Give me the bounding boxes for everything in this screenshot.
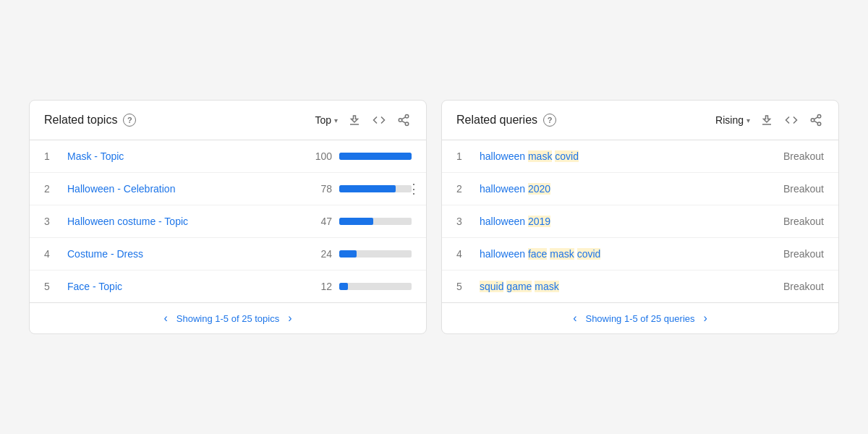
row-number: 5 (44, 281, 59, 292)
svg-line-5 (401, 117, 405, 119)
queries-dropdown-arrow-icon: ▾ (746, 116, 750, 124)
topics-body: 1 Mask - Topic 100 2 Halloween - Celebra… (30, 140, 426, 302)
queries-title: Related queries (456, 114, 537, 127)
svg-point-9 (817, 122, 821, 126)
topics-title: Related topics (44, 114, 117, 127)
svg-point-3 (405, 122, 409, 126)
row-label[interactable]: Face - Topic (67, 281, 310, 292)
table-row: 1 Mask - Topic 100 (30, 140, 426, 173)
bar-fill (339, 250, 357, 258)
svg-point-2 (399, 119, 402, 122)
topics-next-button[interactable]: › (288, 312, 292, 325)
table-row: 5 squid game mask Breakout (442, 271, 838, 302)
topics-filter-label: Top (315, 114, 331, 126)
queries-embed-button[interactable] (783, 112, 799, 128)
row-number: 2 (456, 183, 471, 195)
topics-header: Related topics ? Top ▾ (30, 101, 426, 140)
queries-title-area: Related queries ? (456, 114, 556, 127)
svg-point-8 (811, 119, 814, 122)
row-label[interactable]: halloween mask covid (480, 150, 769, 162)
bar-fill (339, 153, 412, 160)
topics-prev-button[interactable]: ‹ (163, 312, 167, 325)
topics-footer: ‹ Showing 1-5 of 25 topics › (30, 302, 426, 333)
related-queries-card: Related queries ? Rising ▾ (441, 100, 839, 334)
topics-embed-button[interactable] (371, 112, 387, 128)
topics-filter-dropdown[interactable]: Top ▾ (315, 114, 338, 126)
svg-line-11 (814, 117, 817, 119)
table-row: 2 Halloween - Celebration 78 ⋮ (30, 173, 426, 205)
bar-fill (339, 283, 348, 290)
bar-fill (339, 185, 396, 192)
row-label[interactable]: halloween face mask covid (480, 248, 769, 260)
row-value: 47 (310, 216, 332, 227)
svg-point-7 (817, 115, 821, 119)
svg-line-4 (401, 121, 405, 123)
table-row: 3 Halloween costume - Topic 47 (30, 205, 426, 238)
queries-header: Related queries ? Rising ▾ (442, 101, 838, 140)
table-row: 3 halloween 2019 Breakout (442, 205, 838, 238)
queries-filter-dropdown[interactable]: Rising ▾ (715, 114, 750, 126)
more-options-icon[interactable]: ⋮ (407, 181, 420, 197)
row-label[interactable]: Mask - Topic (67, 150, 310, 162)
queries-controls: Rising ▾ (715, 112, 824, 128)
table-row: 4 Costume - Dress 24 (30, 238, 426, 271)
queries-pagination-text: Showing 1-5 of 25 queries (585, 313, 694, 324)
breakout-label: Breakout (780, 248, 824, 260)
queries-share-button[interactable] (808, 112, 824, 128)
table-row: 2 halloween 2020 Breakout (442, 173, 838, 205)
row-number: 1 (456, 150, 471, 162)
queries-footer: ‹ Showing 1-5 of 25 queries › (442, 302, 838, 333)
row-label[interactable]: squid game mask (480, 281, 769, 292)
breakout-label: Breakout (780, 216, 824, 227)
row-value: 12 (310, 281, 332, 292)
queries-prev-button[interactable]: ‹ (573, 312, 576, 325)
row-number: 2 (44, 183, 59, 195)
queries-help-icon[interactable]: ? (543, 114, 556, 127)
svg-line-10 (814, 121, 817, 123)
topics-title-area: Related topics ? (44, 114, 136, 127)
breakout-label: Breakout (780, 150, 824, 162)
bar-container (339, 185, 412, 192)
row-number: 4 (44, 248, 59, 260)
row-label[interactable]: Costume - Dress (67, 248, 310, 260)
topics-pagination-text: Showing 1-5 of 25 topics (176, 313, 279, 324)
bar-container (339, 250, 412, 258)
bar-container (339, 283, 412, 290)
bar-container (339, 153, 412, 160)
topics-dropdown-arrow-icon: ▾ (334, 116, 338, 124)
topics-help-icon[interactable]: ? (123, 114, 136, 127)
row-number: 1 (44, 150, 59, 162)
row-value: 24 (310, 248, 332, 260)
row-label[interactable]: Halloween - Celebration (67, 183, 310, 195)
row-label[interactable]: Halloween costume - Topic (67, 216, 310, 227)
queries-next-button[interactable]: › (704, 312, 707, 325)
bar-container (339, 218, 412, 225)
topics-controls: Top ▾ (315, 112, 412, 128)
table-row: 4 halloween face mask covid Breakout (442, 238, 838, 271)
row-label[interactable]: halloween 2020 (480, 183, 769, 195)
row-value: 78 (310, 183, 332, 195)
bar-fill (339, 218, 373, 225)
topics-share-button[interactable] (396, 112, 412, 128)
row-value: 100 (310, 150, 332, 162)
breakout-label: Breakout (780, 281, 824, 292)
row-number: 3 (44, 216, 59, 227)
related-topics-card: Related topics ? Top ▾ (29, 100, 427, 334)
queries-filter-label: Rising (715, 114, 744, 126)
row-number: 5 (456, 281, 471, 292)
svg-point-1 (405, 115, 409, 119)
main-container: Related topics ? Top ▾ (14, 85, 854, 349)
row-number: 3 (456, 216, 471, 227)
queries-body: 1 halloween mask covid Breakout 2 hallow… (442, 140, 838, 302)
breakout-label: Breakout (780, 183, 824, 195)
table-row: 1 halloween mask covid Breakout (442, 140, 838, 173)
topics-download-button[interactable] (346, 112, 362, 128)
queries-download-button[interactable] (759, 112, 775, 128)
row-label[interactable]: halloween 2019 (480, 216, 769, 227)
table-row: 5 Face - Topic 12 (30, 271, 426, 302)
row-number: 4 (456, 248, 471, 260)
